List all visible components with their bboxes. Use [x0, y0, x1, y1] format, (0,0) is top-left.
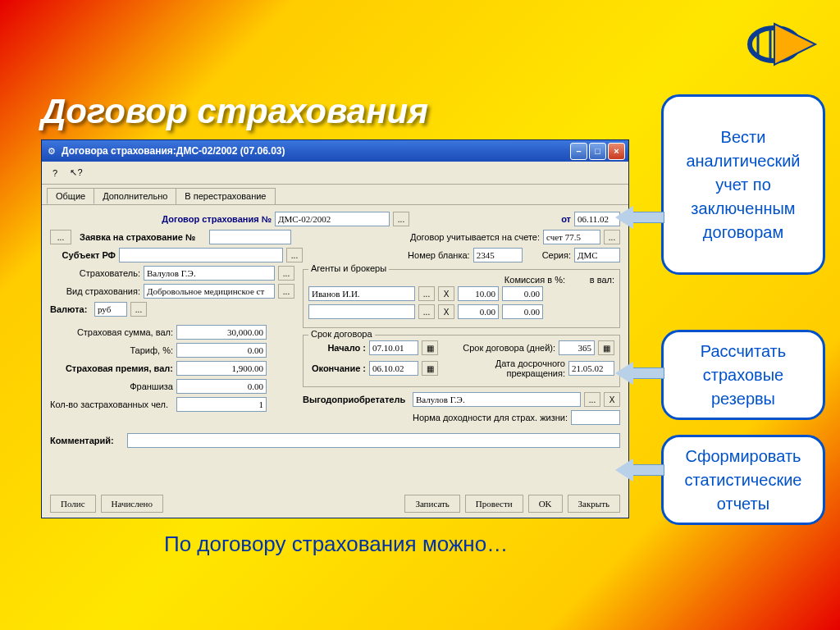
toolbar: ? ↖?: [42, 162, 628, 185]
save-button[interactable]: Записать: [404, 495, 459, 513]
tariff-label: Тариф, %:: [50, 345, 173, 355]
contract-no-input[interactable]: [275, 212, 390, 226]
currency-lookup-button[interactable]: ...: [130, 302, 147, 317]
pointer-help-icon[interactable]: ↖?: [68, 165, 84, 181]
term-days-label: Срок договора (дней):: [441, 343, 555, 353]
currency-input[interactable]: [94, 302, 127, 317]
agent2-name-input[interactable]: [308, 304, 415, 319]
request-label: Заявка на страхование №: [75, 232, 206, 242]
end-date-input[interactable]: [369, 361, 418, 376]
benef-lookup-button[interactable]: ...: [584, 392, 600, 407]
blank-no-input[interactable]: [473, 248, 523, 262]
form-body: Договор страхования № ... от ... Заявка …: [42, 205, 628, 458]
callout-reports: Сформировать статистические отчеты: [661, 435, 825, 525]
agent2-pct-input[interactable]: [458, 304, 499, 319]
subject-lookup-button[interactable]: ...: [286, 248, 303, 262]
accrued-button[interactable]: Начислено: [101, 495, 163, 513]
ins-type-label: Вид страхования:: [50, 286, 140, 296]
commission-pct-label: Комиссия в %:: [491, 275, 565, 285]
close-window-button[interactable]: Закрыть: [568, 495, 620, 513]
from-date-input[interactable]: [574, 212, 620, 226]
tab-additional[interactable]: Дополнительно: [94, 188, 176, 204]
insured-count-input[interactable]: [176, 397, 267, 412]
blank-no-label: Номер бланка:: [408, 250, 470, 260]
agent2-clear-button[interactable]: X: [438, 304, 454, 319]
agent-lookup-button[interactable]: ...: [418, 286, 435, 301]
post-button[interactable]: Провести: [465, 495, 523, 513]
policy-button[interactable]: Полис: [50, 495, 96, 513]
series-input[interactable]: [574, 248, 620, 262]
start-calendar-button[interactable]: ▦: [422, 340, 438, 355]
comment-input[interactable]: [127, 433, 620, 448]
request-browse-button[interactable]: ...: [50, 230, 71, 244]
agent-clear-button[interactable]: X: [438, 286, 454, 301]
term-days-input[interactable]: [559, 340, 595, 355]
slide-title: Договор страхования: [41, 92, 428, 131]
commission-val-label: в вал:: [568, 275, 614, 285]
slide-caption: По договору страхования можно…: [164, 532, 508, 557]
franchise-label: Франшиза: [50, 381, 173, 391]
sum-input[interactable]: [176, 325, 267, 340]
agent-name-input[interactable]: [308, 286, 415, 301]
accounted-label: Договор учитывается на счете:: [410, 232, 540, 242]
minimize-button[interactable]: –: [570, 143, 587, 160]
benef-label: Выгодоприобретатель: [303, 395, 409, 404]
subject-label: Субъект РФ: [50, 250, 116, 260]
tab-reinsurance[interactable]: В перестрахование: [176, 188, 275, 204]
benef-input[interactable]: [413, 392, 581, 407]
premium-label: Страховая премия, вал:: [50, 363, 173, 373]
callout-analytics: Вести аналитический учет по заключенным …: [661, 94, 825, 275]
help-icon[interactable]: ?: [47, 165, 63, 181]
start-date-input[interactable]: [369, 340, 418, 355]
sum-label: Страховая сумма, вал:: [50, 327, 173, 337]
agent-pct-input[interactable]: [458, 286, 499, 301]
premium-input[interactable]: [176, 361, 267, 376]
ins-type-lookup-button[interactable]: ...: [278, 284, 294, 299]
early-term-input[interactable]: [568, 361, 614, 376]
request-no-input[interactable]: [209, 230, 291, 244]
agent-val-input[interactable]: [502, 286, 543, 301]
yield-label: Норма доходности для страх. жизни:: [303, 413, 568, 422]
agents-legend: Агенты и брокеры: [308, 263, 389, 273]
benef-clear-button[interactable]: X: [604, 392, 620, 407]
from-label: от: [561, 214, 571, 224]
end-label: Окончание :: [308, 363, 366, 373]
tab-strip: Общие Дополнительно В перестрахование: [42, 185, 628, 205]
app-icon: ⚙: [45, 144, 58, 158]
window-title: Договора страхования:ДМС-02/2002 (07.06.…: [62, 145, 570, 157]
tab-general[interactable]: Общие: [47, 188, 94, 204]
close-button[interactable]: ×: [608, 143, 625, 160]
callout-reserves: Рассчитать страховые резервы: [661, 330, 825, 420]
window-titlebar[interactable]: ⚙ Договора страхования:ДМС-02/2002 (07.0…: [42, 140, 628, 162]
insured-count-label: Кол-во застрахованных чел.: [50, 399, 173, 409]
tariff-input[interactable]: [176, 343, 267, 358]
agent2-val-input[interactable]: [502, 304, 543, 319]
term-legend: Срок договора: [308, 329, 375, 339]
account-input[interactable]: [543, 230, 600, 244]
agents-fieldset: Агенты и брокеры Комиссия в %: в вал: ..…: [303, 269, 620, 328]
company-logo: [725, 11, 824, 77]
ok-button[interactable]: OK: [528, 495, 563, 513]
term-calendar-button[interactable]: ▦: [598, 340, 614, 355]
start-label: Начало :: [308, 343, 366, 353]
insurer-lookup-button[interactable]: ...: [278, 266, 294, 281]
agent2-lookup-button[interactable]: ...: [418, 304, 435, 319]
subject-input[interactable]: [119, 248, 283, 262]
insurer-input[interactable]: [144, 266, 275, 281]
series-label: Серия:: [542, 250, 571, 260]
franchise-input[interactable]: [176, 379, 267, 394]
ins-type-input[interactable]: [144, 284, 275, 299]
comment-label: Комментарий:: [50, 436, 124, 445]
early-term-label: Дата досрочного прекращения:: [441, 358, 565, 378]
end-calendar-button[interactable]: ▦: [422, 361, 438, 376]
currency-label: Валюта:: [50, 304, 91, 314]
maximize-button[interactable]: □: [589, 143, 606, 160]
contract-no-label: Договор страхования №: [50, 214, 272, 224]
yield-input[interactable]: [571, 410, 620, 425]
insurance-contract-window: ⚙ Договора страхования:ДМС-02/2002 (07.0…: [41, 139, 629, 518]
contract-lookup-button[interactable]: ...: [393, 212, 409, 226]
term-fieldset: Срок договора Начало : ▦ Срок договора (…: [303, 335, 620, 387]
account-lookup-button[interactable]: ...: [604, 230, 620, 244]
insurer-label: Страхователь:: [50, 268, 140, 278]
